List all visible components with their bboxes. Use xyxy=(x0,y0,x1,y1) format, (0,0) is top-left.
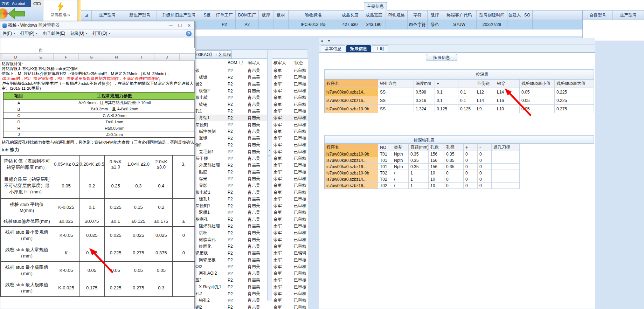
detail-row[interactable]: is7uw00ka0.szbz10-9bT02/110000 xyxy=(325,170,520,176)
detail-cell xyxy=(492,164,520,170)
capability-item-cell: C xyxy=(4,112,34,119)
process-row[interactable]: 陶瓷磨板P2肖吉美余军已审核 xyxy=(195,256,308,263)
detail-cell: 0 xyxy=(464,170,478,176)
detail-cell xyxy=(492,176,520,183)
process-row[interactable]: 退膜1P2肖吉美余军已审核 xyxy=(195,209,308,216)
detail-tabs: 基本信息拓展信息工时 xyxy=(319,45,595,53)
process-row[interactable]: 钻孔2P2肖吉美余军已审核 xyxy=(195,297,308,304)
process-row[interactable]: 瓷磨板P2肖吉美余军已编辑 xyxy=(195,250,308,256)
back-arrow-icon[interactable] xyxy=(8,8,25,20)
detail-row[interactable]: is7uw00ka0.szbz10-9bSS1.3240.1250.125L9L… xyxy=(325,105,594,113)
process-row[interactable]: 阻焊前处理P2肖吉美余军已审核 xyxy=(195,223,308,229)
process-name: 塞孔AOI2 xyxy=(195,270,226,277)
process-reviewer: 余军 xyxy=(272,169,293,176)
menu-item-u[interactable]: 刻录(U)▼ xyxy=(70,30,88,36)
detail-cell: 1 xyxy=(409,176,429,183)
process-row[interactable]: 终固化P2肖吉美余军已审核 xyxy=(195,243,308,250)
tab-拓展信息[interactable]: 拓展信息 xyxy=(346,45,371,52)
process-row[interactable]: 孔1P2肖吉美余军已审核 xyxy=(195,108,308,115)
process-name: 贴膜 xyxy=(195,169,226,176)
tab-基本信息[interactable]: 基本信息 xyxy=(321,45,345,52)
extended-info-pill[interactable]: 拓展信息 xyxy=(426,54,457,61)
detail-panel-grip-strip[interactable]: ≡▼ xyxy=(319,38,595,45)
stub-row: 残桩 stub 最小极限值 （mm）K-0.050.050.050.050.05 xyxy=(1,262,195,279)
menu-label: 电子邮件(E) xyxy=(43,30,65,36)
process-status: 已审核 xyxy=(293,196,308,202)
menu-item-o[interactable]: 打开(O)▼ xyxy=(93,30,111,36)
detail-row[interactable]: is7uw00ka0.szbz16...T01Npth0.351560.3500 xyxy=(325,164,520,170)
detail-cell: Npth xyxy=(392,151,409,157)
process-row[interactable]: 板镀P2肖吉美余军已审核 xyxy=(195,74,308,81)
process-row[interactable]: 形电镀1P2肖吉美余军已审核 xyxy=(195,189,308,195)
process-writer: 肖吉美 xyxy=(246,216,267,223)
detail-row[interactable]: is7uw00ka0.szbz10-9bT01Npth0.351560.3500 xyxy=(325,151,520,157)
panel-grip-icon[interactable]: ≡ xyxy=(321,39,323,43)
menu-item-f[interactable]: 件(F)▼ xyxy=(2,30,15,36)
chain-link-icon[interactable] xyxy=(33,1,41,6)
detail-row[interactable]: is7uw00ka0.szbz14...T01Npth0.351560.3500 xyxy=(325,157,520,164)
process-row[interactable]: 板镀2P2肖吉美余军已审核 xyxy=(195,88,308,94)
process-row[interactable]: 层蚀刻P2肖吉美余军已审核 xyxy=(195,121,308,128)
splitter-right-arrow[interactable]: ► xyxy=(268,154,271,157)
process-row[interactable]: 镀P2肖吉美余军已审核 xyxy=(195,67,308,74)
process-grid-splitter[interactable]: ◄ ► xyxy=(267,50,272,301)
process-row[interactable]: 外层前处理P2肖吉美余军已审核 xyxy=(195,162,308,169)
process-row[interactable]: OI2P2肖吉美余军已审核 xyxy=(195,263,308,270)
process-row[interactable]: 塞孔AOI2P2肖吉美余军已审核 xyxy=(195,270,308,277)
menu-item-e[interactable]: 电子邮件(E) xyxy=(43,30,65,36)
detail-row[interactable]: is7uw00ka0.szbz16...T02/110000 xyxy=(325,183,520,189)
process-row[interactable]: 背钻1P2肖吉美余军已审核 xyxy=(195,115,308,121)
process-row[interactable]: 显影P2肖吉美余军已审核 xyxy=(195,182,308,189)
stub-value-cell: ±0.175 xyxy=(150,216,173,227)
process-row[interactable]: 烘板P2肖吉美余军已审核 xyxy=(195,229,308,236)
sheet-col-header: H xyxy=(104,54,129,60)
stub-value-cell xyxy=(173,199,195,216)
process-row[interactable]: 形电镀P2肖吉美余军已审核 xyxy=(195,94,308,101)
tab-main-info[interactable]: 主要信息 xyxy=(364,2,387,11)
process-row[interactable]: 镀2P2肖吉美余军已审核 xyxy=(195,81,308,88)
process-row[interactable]: 去毛刺1P2肖吉美余军已审核 xyxy=(195,149,308,155)
process-row[interactable]: X-Ray冲孔1P2肖吉美余军已审核 xyxy=(195,284,308,290)
menu-item-p[interactable]: 打印(P)▼ xyxy=(20,30,38,36)
process-writer: 肖吉美 xyxy=(246,236,267,243)
new-flow-panel[interactable]: 新流程指示 xyxy=(43,0,78,21)
process-row[interactable]: 贴膜P2肖吉美余军已审核 xyxy=(195,169,308,176)
detail-row[interactable]: is7uw00ka0.szbz16...SS0.3160.10.1L14L160… xyxy=(325,96,594,105)
minimize-button[interactable]: — xyxy=(166,22,175,29)
process-row[interactable]: 树脂塞孔P2肖吉美余军已审核 xyxy=(195,236,308,243)
process-row[interactable]: 镀锡P2肖吉美余军已审核 xyxy=(195,101,308,108)
help-icon[interactable]: ? xyxy=(186,31,192,36)
detail-row[interactable]: is7uw00ka0.szbz14...T02/110000 xyxy=(325,176,520,183)
process-row[interactable]: 层干膜P2肖吉美余军已审核 xyxy=(195,155,308,162)
process-row[interactable]: 退锡P2肖吉美余军已审核 xyxy=(195,135,308,142)
photo-viewer-window: 残桩 - Windows 照片查看器 — ☐ ✕ 件(F)▼打印(P)▼电子邮件… xyxy=(0,21,195,309)
process-row[interactable]: 层蚀刻1P2肖吉美余军已审核 xyxy=(195,202,308,209)
process-writer: 肖吉美 xyxy=(246,176,267,182)
stub-value-cell xyxy=(173,262,195,279)
stub-value-cell: 0.225 xyxy=(105,279,127,297)
process-row[interactable]: 压1P2肖吉美余军已审核 xyxy=(195,277,308,283)
detail-row[interactable]: is7uw00ka0.szbz14...SS0.5980.10.1L12L140… xyxy=(325,88,594,96)
close-button[interactable]: ✕ xyxy=(185,22,194,29)
ribbon-tab-mode[interactable]: 方式 xyxy=(1,1,9,6)
process-row[interactable]: 镀孔1P2肖吉美余军已审核 xyxy=(195,196,308,202)
mes-col-header: SO xyxy=(522,11,533,20)
process-row[interactable]: 曝光P2肖吉美余军已审核 xyxy=(195,176,308,182)
process-reviewer: 余军 xyxy=(272,142,293,148)
tab-工时[interactable]: 工时 xyxy=(372,45,388,52)
photo-viewer-titlebar[interactable]: 残桩 - Windows 照片查看器 — ☐ ✕ xyxy=(0,21,194,30)
process-row[interactable]: 铜2P2肖吉美余军已审核 xyxy=(195,304,308,309)
process-row[interactable]: 铜1P2肖吉美余军已审核 xyxy=(195,142,308,148)
ribbon-tab-acrobat[interactable]: Acrobat xyxy=(12,1,25,6)
process-row[interactable]: 碱性蚀刻P2肖吉美余军已审核 xyxy=(195,128,308,135)
detail-cell: 0.35 xyxy=(409,157,429,164)
maximize-button[interactable]: ☐ xyxy=(175,22,185,29)
process-row[interactable]: 脂塞孔P2肖吉美余军已审核 xyxy=(195,216,308,223)
stub-col-header: 0.05<K≤ 0.2 xyxy=(53,156,79,173)
mes-row-cell: 427.630 xyxy=(338,20,362,29)
process-row[interactable]: 孔2P2肖吉美余军已审核 xyxy=(195,290,308,297)
panel-grip-icon[interactable]: ▼ xyxy=(327,39,331,43)
splitter-left-arrow[interactable]: ◄ xyxy=(268,149,271,151)
stub-value-cell: 0.05 xyxy=(150,262,173,279)
tab-process-flow[interactable]: 00KAO】工艺流程 xyxy=(195,50,232,59)
